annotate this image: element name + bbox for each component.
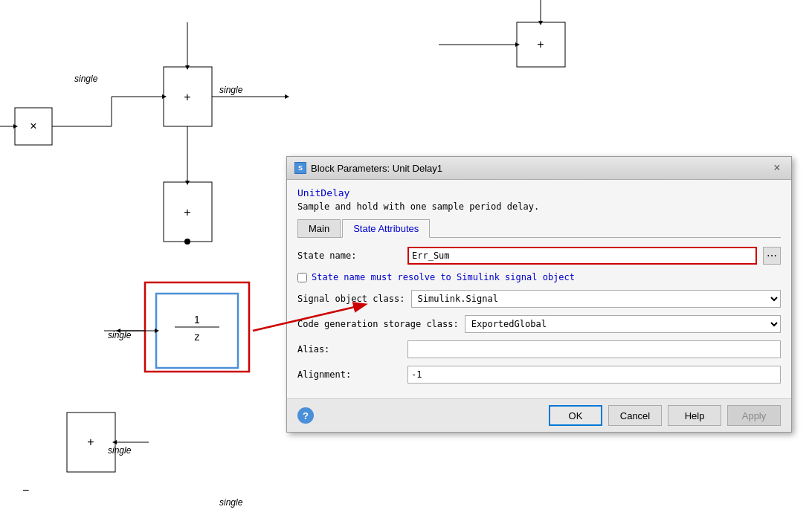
svg-text:single: single: [219, 497, 243, 508]
dialog-close-button[interactable]: ×: [770, 161, 784, 175]
alias-input[interactable]: [407, 340, 781, 358]
svg-marker-25: [515, 42, 520, 47]
svg-text:+: +: [184, 206, 190, 219]
tab-state-attributes[interactable]: State Attributes: [342, 219, 430, 238]
svg-text:+: +: [537, 38, 544, 51]
svg-rect-4: [164, 67, 212, 126]
help-icon-button[interactable]: ?: [297, 407, 314, 424]
svg-rect-27: [156, 294, 238, 368]
state-name-dots-button[interactable]: ⋯: [763, 247, 781, 265]
apply-button[interactable]: Apply: [727, 405, 781, 426]
resolve-checkbox[interactable]: [297, 273, 307, 282]
svg-text:single: single: [108, 330, 132, 340]
svg-text:z: z: [195, 331, 200, 343]
svg-marker-16: [185, 181, 190, 185]
svg-rect-20: [517, 22, 565, 67]
svg-text:1: 1: [194, 314, 200, 326]
svg-marker-3: [13, 124, 18, 129]
tabs-row: Main State Attributes: [297, 219, 781, 238]
help-button[interactable]: Help: [668, 405, 721, 426]
svg-marker-18: [285, 94, 289, 99]
tab-main[interactable]: Main: [297, 219, 341, 237]
checkbox-row: State name must resolve to Simulink sign…: [297, 272, 781, 282]
svg-text:−: −: [22, 484, 29, 496]
svg-rect-13: [164, 182, 212, 242]
block-parameters-dialog[interactable]: S Block Parameters: Unit Delay1 × UnitDe…: [286, 156, 792, 433]
ok-button[interactable]: OK: [549, 405, 602, 426]
block-type-label: UnitDelay: [297, 187, 781, 198]
storage-class-row: Code generation storage class: ExportedG…: [297, 315, 781, 333]
state-name-input[interactable]: [407, 247, 757, 265]
alignment-row: Alignment:: [297, 366, 781, 384]
alignment-input[interactable]: [407, 366, 781, 384]
dialog-footer: ? OK Cancel Help Apply: [287, 398, 791, 432]
svg-text:+: +: [87, 436, 94, 448]
alias-label: Alias:: [297, 344, 402, 355]
svg-text:×: ×: [30, 120, 36, 132]
signal-class-label: Signal object class:: [297, 294, 405, 304]
dialog-block-icon: S: [294, 162, 306, 174]
svg-marker-35: [116, 329, 120, 333]
block-description: Sample and hold with one sample period d…: [297, 201, 781, 212]
state-name-row: State name: ⋯: [297, 247, 781, 265]
alias-row: Alias:: [297, 340, 781, 358]
svg-rect-26: [145, 282, 249, 372]
svg-marker-11: [185, 65, 190, 70]
signal-class-row: Signal object class: Simulink.Signal: [297, 290, 781, 308]
checkbox-label: State name must resolve to Simulink sign…: [312, 272, 575, 282]
dialog-title-left: S Block Parameters: Unit Delay1: [294, 162, 442, 174]
svg-text:single: single: [108, 445, 132, 456]
svg-text:single: single: [74, 74, 98, 84]
svg-rect-37: [67, 413, 115, 472]
svg-marker-33: [155, 329, 159, 333]
alignment-label: Alignment:: [297, 369, 402, 380]
svg-marker-23: [538, 21, 543, 25]
svg-marker-9: [162, 94, 167, 99]
state-name-label: State name:: [297, 250, 402, 261]
dialog-body: UnitDelay Sample and hold with one sampl…: [287, 180, 791, 398]
dialog-titlebar: S Block Parameters: Unit Delay1 ×: [287, 157, 791, 180]
cancel-button[interactable]: Cancel: [608, 405, 662, 426]
signal-class-select[interactable]: Simulink.Signal: [411, 290, 782, 308]
svg-rect-0: [15, 108, 52, 145]
svg-text:single: single: [219, 85, 243, 95]
storage-class-label: Code generation storage class:: [297, 319, 459, 329]
svg-point-36: [184, 239, 190, 245]
storage-class-select[interactable]: ExportedGlobal: [465, 315, 781, 333]
dialog-title: Block Parameters: Unit Delay1: [311, 163, 442, 174]
svg-text:+: +: [184, 91, 190, 103]
svg-marker-41: [112, 440, 117, 444]
